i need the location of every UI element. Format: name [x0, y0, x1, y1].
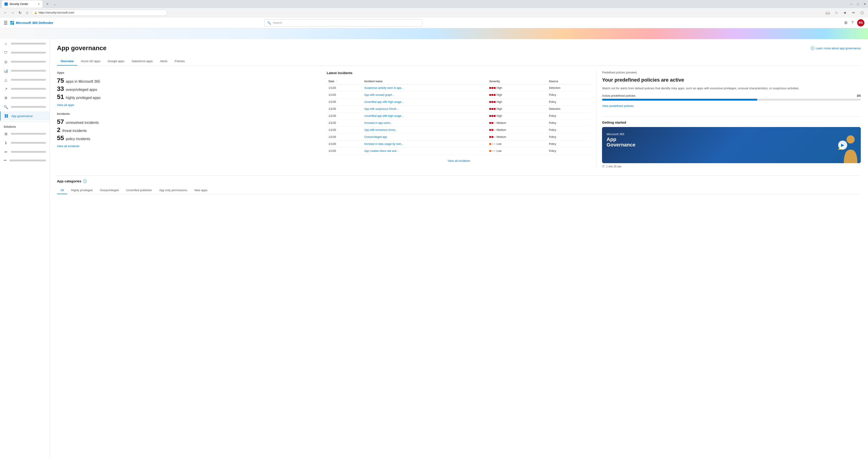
- cat-tab-unverified[interactable]: Unverified publisher: [122, 187, 156, 194]
- table-row[interactable]: 1/1/20 Suspicious activity seen in app..…: [327, 85, 591, 92]
- sidebar-item-search[interactable]: 🔍: [0, 102, 50, 112]
- sidebar-item-solutions-2[interactable]: ℹ: [0, 138, 50, 147]
- table-row[interactable]: 1/1/20 App with unused graph... High Pol…: [327, 92, 591, 98]
- table-row[interactable]: 1/1/20 Unverified app with high usage...…: [327, 113, 591, 120]
- refresh-button[interactable]: ↻: [17, 10, 23, 16]
- sidebar-label-graph: [11, 88, 46, 90]
- sidebar-item-solutions-1[interactable]: ⊞: [0, 129, 50, 138]
- video-thumbnail[interactable]: Microsoft 365 App Governance ▶: [602, 127, 861, 163]
- table-row[interactable]: 1/1/20 Unverified app with high usage...…: [327, 98, 591, 105]
- categories-info-icon[interactable]: i: [83, 179, 87, 183]
- tab-salesforce[interactable]: Salesforce apps: [128, 57, 156, 65]
- unresolved-label: unresolved incidents: [66, 121, 99, 125]
- ssl-lock-icon: 🔒: [34, 11, 37, 14]
- cat-tab-highly-privileged[interactable]: Highly privileged: [67, 187, 96, 194]
- cell-name: App creates inbox rule and ..: [363, 148, 488, 155]
- shield-icon: 🛡: [4, 51, 8, 55]
- view-all-incidents-link-left[interactable]: View all incidents: [57, 145, 79, 148]
- app-categories-section: App categories i All Highly privileged O…: [57, 175, 861, 194]
- sidebar-item-app-governance[interactable]: App governance: [0, 112, 50, 120]
- url-input[interactable]: 🔒 https://security.microsoft.com/: [32, 9, 167, 16]
- tab-alerts[interactable]: Alerts: [156, 57, 171, 65]
- apps-stat-2: 33 overprivileged apps: [57, 85, 321, 92]
- view-predefined-policies-link[interactable]: View predefined policies: [602, 104, 634, 108]
- browser-tab[interactable]: S Security Center ✕: [2, 0, 42, 8]
- browser-chrome: S Security Center ✕ + ⌄ ─ □ ✕ ← → ↻ ⌂ 🔒 …: [0, 0, 868, 18]
- target-icon: ◎: [4, 59, 8, 64]
- video-text: Microsoft 365 App Governance: [607, 132, 635, 148]
- cat-tab-overprivileged[interactable]: Overprivileged: [96, 187, 122, 194]
- table-row[interactable]: 1/1/20 Increase in data usage by over...…: [327, 141, 591, 148]
- user-avatar[interactable]: RS: [857, 19, 864, 26]
- home-button[interactable]: ⌂: [24, 10, 30, 16]
- cell-date: 1/1/20: [327, 98, 363, 105]
- svg-point-4: [846, 135, 855, 144]
- video-ms365-text: Microsoft 365: [607, 132, 635, 136]
- sidebar-more-button[interactable]: •••: [0, 156, 50, 164]
- tab-policies[interactable]: Policies: [171, 57, 188, 65]
- filter-icon: ⚙: [4, 96, 8, 100]
- cat-tab-app-only[interactable]: App only permissions: [156, 187, 191, 194]
- incidents-table: Date ↑ Incident name Severity Source 1/1…: [327, 79, 591, 155]
- tab-close-button[interactable]: ✕: [38, 3, 40, 6]
- extension-button[interactable]: ⬡: [859, 9, 865, 16]
- policy-label: policy incidents: [66, 137, 90, 141]
- incidents-stats-section: Incidents 57 unresolved incidents 2 thre…: [57, 112, 321, 148]
- back-button[interactable]: ←: [3, 10, 8, 16]
- sidebar-item-filter[interactable]: ⚙: [0, 93, 50, 102]
- favorites-button[interactable]: ☆: [833, 9, 839, 16]
- sidebar-label-more: [9, 159, 46, 161]
- app-container: ⌂ 🛡 ◎ 📊 △ ↗ ⚙ 🔍: [0, 39, 868, 459]
- solutions-3-icon: ✏: [4, 150, 8, 154]
- clock-icon: ⏱: [602, 165, 605, 168]
- tab-menu-button[interactable]: ⌄: [53, 2, 56, 6]
- help-button[interactable]: ?: [851, 20, 854, 25]
- new-tab-button[interactable]: +: [44, 1, 51, 7]
- sidebar-item-graph[interactable]: ↗: [0, 84, 50, 93]
- tab-azure-ad[interactable]: Azure AD apps: [77, 57, 104, 65]
- view-all-incidents-link[interactable]: View all incidents: [448, 159, 470, 162]
- apps-stats-section: Apps 75 apps in Microsoft 365 33 overpri…: [57, 71, 321, 107]
- cell-name: Overprivileged app: [363, 133, 488, 141]
- minimize-button[interactable]: ─: [850, 2, 852, 6]
- solutions-section-label: Solutions: [0, 122, 50, 129]
- right-panel-content: Predefined policies (preview) Your prede…: [596, 71, 861, 168]
- table-row[interactable]: 1/1/20 App with numerous errors.. Medium…: [327, 127, 591, 133]
- sidebar-item-home[interactable]: ⌂: [0, 39, 50, 48]
- cat-tab-all[interactable]: All: [57, 187, 67, 194]
- learn-more-link[interactable]: i Learn more about app governance: [811, 46, 861, 50]
- sidebar-item-hunting[interactable]: ◎: [0, 57, 50, 66]
- sidebar-item-incidents[interactable]: 🛡: [0, 48, 50, 57]
- collection-button[interactable]: ★: [842, 9, 848, 16]
- hamburger-menu-button[interactable]: ☰: [4, 20, 8, 26]
- sidebar-item-solutions-3[interactable]: ✏: [0, 147, 50, 156]
- brand-logo[interactable]: Microsoft 365 Defender: [10, 21, 53, 25]
- close-window-button[interactable]: ✕: [864, 2, 866, 6]
- sidebar-item-alerts[interactable]: △: [0, 75, 50, 84]
- tab-overview[interactable]: Overview: [57, 57, 77, 65]
- table-row[interactable]: 1/1/20 App creates inbox rule and .. Low…: [327, 148, 591, 155]
- video-play-button[interactable]: ▶: [838, 141, 847, 150]
- progress-bar-track: [602, 99, 861, 100]
- nav-actions: ⚙ ? RS: [844, 19, 864, 26]
- table-row[interactable]: 1/1/20 App with suspicious OAuth... High…: [327, 105, 591, 113]
- forward-button[interactable]: →: [10, 10, 16, 16]
- cell-source: Detection: [547, 105, 591, 113]
- cat-tab-new-apps[interactable]: New apps: [191, 187, 211, 194]
- settings-button[interactable]: ⚙: [844, 20, 848, 25]
- share-button[interactable]: ✏: [850, 9, 857, 16]
- tab-google[interactable]: Google apps: [104, 57, 128, 65]
- reader-mode-button[interactable]: 📖: [825, 9, 831, 16]
- search-box[interactable]: 🔍 Search: [264, 19, 422, 26]
- cell-source: Detection: [547, 85, 591, 92]
- app-governance-icon: [4, 114, 8, 118]
- restore-button[interactable]: □: [857, 2, 859, 6]
- cell-date: 1/1/20: [327, 141, 363, 148]
- view-all-apps-link[interactable]: View all apps: [57, 103, 74, 107]
- cell-source: Policy: [547, 120, 591, 127]
- incidents-stat-2: 2 threat incidents: [57, 126, 321, 133]
- cell-source: Policy: [547, 141, 591, 148]
- sidebar-item-reports[interactable]: 📊: [0, 66, 50, 75]
- table-row[interactable]: 1/1/20 Increase in app users... Medium P…: [327, 120, 591, 127]
- table-row[interactable]: 1/1/20 Overprivileged app Medium Policy: [327, 133, 591, 141]
